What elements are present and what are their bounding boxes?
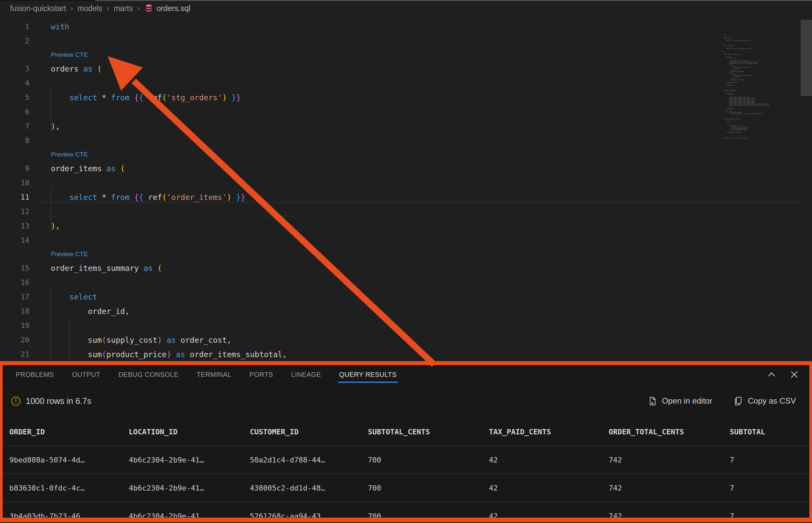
line-number: 10 <box>0 179 30 187</box>
close-icon <box>790 370 799 379</box>
code-line: 10 <box>0 176 812 190</box>
open-in-editor-button[interactable]: Open in editor <box>648 396 712 405</box>
code-line: 12 <box>0 204 812 219</box>
column-header: LOCATION_ID <box>129 428 250 436</box>
tab-lineage[interactable]: LINEAGE <box>282 365 330 384</box>
table-cell: 4b6c2304-2b9e-41… <box>129 456 250 464</box>
code-line: 2 <box>0 34 812 48</box>
code-line: 17 select <box>0 290 812 304</box>
panel-controls <box>766 365 799 384</box>
tab-output[interactable]: OUTPUT <box>63 365 109 384</box>
table-cell: 700 <box>368 512 489 520</box>
tab-problems[interactable]: PROBLEMS <box>7 365 63 384</box>
code-line: 5 select * from {{ ref('stg_orders') }} <box>0 90 812 105</box>
line-number: 21 <box>0 350 30 359</box>
preview-cte-link[interactable]: Preview CTE <box>51 51 88 58</box>
table-cell: 4b6c2304-2b9e-41… <box>129 484 250 492</box>
table-cell: 42 <box>489 512 609 520</box>
column-header: ORDER_ID <box>10 428 129 436</box>
tab-query-results[interactable]: QUERY RESULTS <box>330 365 406 384</box>
table-cell: 50a2d1c4-d788-44… <box>250 456 368 464</box>
open-in-editor-icon <box>648 397 657 405</box>
line-number: 5 <box>0 93 30 102</box>
code-line: 3orders as ( <box>0 61 812 76</box>
line-number: 19 <box>0 321 30 330</box>
code-line: 4 <box>0 76 812 90</box>
line-number: 15 <box>0 264 30 272</box>
breadcrumb-file[interactable]: orders.sql <box>144 4 190 13</box>
table-cell: 42 <box>489 484 609 492</box>
editor-scrollbar[interactable] <box>801 16 812 361</box>
code-line: 11 select * from {{ ref('order_items') }… <box>0 190 812 204</box>
code-line: 13), <box>0 219 812 233</box>
code-editor[interactable]: 1with2Preview CTE3orders as (45 select *… <box>0 16 812 361</box>
code-line: 19 <box>0 318 812 333</box>
line-number: 18 <box>0 307 30 315</box>
table-cell: 742 <box>609 512 730 520</box>
code-line: 6 <box>0 105 812 119</box>
table-cell: 4b6c2304-2b9e-41 <box>129 512 250 520</box>
table-row[interactable]: b83630c1-0fdc-4c…4b6c2304-2b9e-41…438005… <box>3 474 809 502</box>
codelens-row: Preview CTE <box>0 48 812 61</box>
table-cell: 742 <box>609 456 730 464</box>
scrollbar-thumb[interactable] <box>801 20 812 96</box>
line-number: 14 <box>0 236 30 245</box>
breadcrumb-separator: › <box>107 4 109 13</box>
code-line: 21 sum(product_price) as order_items_sub… <box>0 347 812 361</box>
table-header-row: ORDER_IDLOCATION_IDCUSTOMER_IDSUBTOTAL_C… <box>3 418 809 446</box>
breadcrumb-item[interactable]: models <box>77 4 102 13</box>
preview-cte-link[interactable]: Preview CTE <box>51 251 88 258</box>
breadcrumb-separator: › <box>137 4 140 13</box>
code-line: 20 sum(supply_cost) as order_cost, <box>0 333 812 347</box>
line-number: 8 <box>0 137 30 145</box>
results-status-bar: ! 1000 rows in 6.7s Open in editor Copy … <box>3 384 809 418</box>
code-line: 7), <box>0 119 812 133</box>
results-table: ORDER_IDLOCATION_IDCUSTOMER_IDSUBTOTAL_C… <box>3 418 809 522</box>
table-row[interactable]: 9bed808a-5074-4d…4b6c2304-2b9e-41…50a2d1… <box>3 446 809 474</box>
code-line: 15order_items_summary as ( <box>0 261 812 275</box>
table-cell: 700 <box>368 484 489 492</box>
table-cell: 7 <box>730 456 809 464</box>
breadcrumb-item[interactable]: marts <box>114 4 133 13</box>
column-header: SUBTOTAL_CENTS <box>368 428 489 436</box>
code-line: 1with <box>0 19 812 34</box>
table-cell: 42 <box>489 456 609 464</box>
line-number: 9 <box>0 164 30 173</box>
line-number: 16 <box>0 278 30 287</box>
maximize-panel-button[interactable] <box>766 369 777 380</box>
close-panel-button[interactable] <box>789 369 799 380</box>
code-line: 9order_items as ( <box>0 161 812 176</box>
column-header: ORDER_TOTAL_CENTS <box>609 428 730 436</box>
column-header: SUBTOTAL <box>730 428 809 436</box>
code-line: 18 order_id, <box>0 304 812 318</box>
minimap[interactable]: with orders as ( select * from {{ ref('s… <box>724 34 800 139</box>
chevron-up-icon <box>767 370 776 379</box>
tab-terminal[interactable]: TERMINAL <box>187 365 240 384</box>
line-number: 17 <box>0 293 30 301</box>
line-number: 3 <box>0 65 30 73</box>
table-row[interactable]: 3b4a03db-7b23-464b6c2304-2b9e-415261268c… <box>3 502 809 522</box>
row-count-status: 1000 rows in 6.7s <box>26 396 91 406</box>
warning-icon: ! <box>11 397 20 405</box>
preview-cte-link[interactable]: Preview CTE <box>51 151 88 158</box>
code-line: 16 <box>0 275 812 290</box>
database-icon <box>144 4 154 13</box>
minimap-code: with orders as ( select * from {{ ref('s… <box>724 34 800 139</box>
table-cell: 5261268c-aa94-43 <box>250 512 368 520</box>
codelens-row: Preview CTE <box>0 148 812 161</box>
tab-debug-console[interactable]: DEBUG CONSOLE <box>109 365 187 384</box>
breadcrumb: fusion-quickstart›models›marts› orders.s… <box>0 1 812 16</box>
copy-as-csv-button[interactable]: Copy as CSV <box>734 396 796 405</box>
line-number: 20 <box>0 336 30 344</box>
table-cell: 742 <box>609 484 730 492</box>
tab-ports[interactable]: PORTS <box>240 365 282 384</box>
code-line: 8 <box>0 133 812 148</box>
table-cell: 7 <box>730 512 809 520</box>
line-number: 12 <box>0 207 30 216</box>
code-line: 14 <box>0 233 812 248</box>
line-number: 4 <box>0 79 30 87</box>
panel-tab-bar: PROBLEMSOUTPUTDEBUG CONSOLETERMINALPORTS… <box>3 365 809 384</box>
breadcrumb-separator: › <box>70 4 73 13</box>
table-cell: 7 <box>730 484 809 492</box>
breadcrumb-item[interactable]: fusion-quickstart <box>10 4 66 13</box>
